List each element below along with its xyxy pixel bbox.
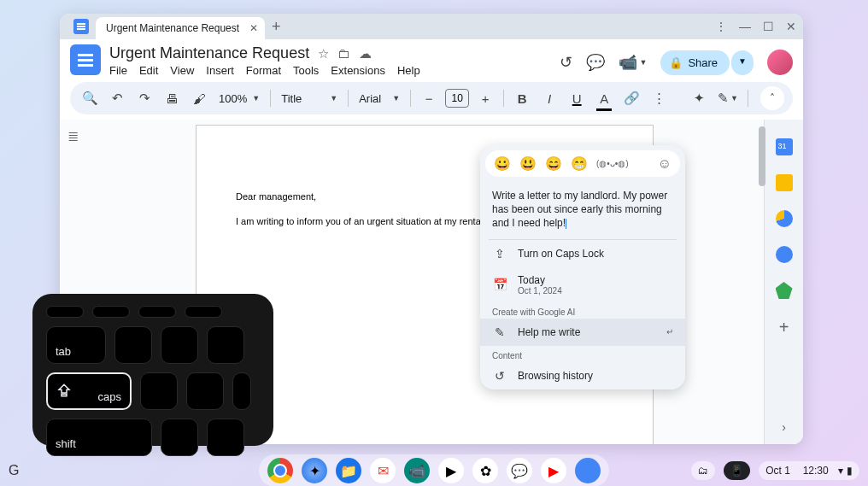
key[interactable] bbox=[138, 306, 176, 318]
scrollbar-thumb[interactable] bbox=[759, 126, 765, 186]
files-icon[interactable]: 📁 bbox=[336, 458, 361, 483]
redo-icon[interactable]: ↷ bbox=[133, 87, 155, 109]
comments-icon[interactable]: 💬 bbox=[586, 53, 605, 72]
font-select[interactable]: Arial ▼ bbox=[355, 92, 403, 105]
new-tab-button[interactable]: + bbox=[272, 18, 281, 36]
cloud-status-icon[interactable]: ☁ bbox=[359, 46, 372, 61]
account-avatar[interactable] bbox=[767, 50, 793, 75]
key[interactable] bbox=[161, 419, 198, 456]
caps-lock-key[interactable]: caps bbox=[46, 372, 132, 410]
emoji-option[interactable]: 😄 bbox=[545, 155, 562, 172]
increase-font-icon[interactable]: + bbox=[474, 87, 496, 109]
chrome-icon[interactable] bbox=[267, 458, 293, 483]
share-button[interactable]: 🔒 Share bbox=[660, 50, 730, 75]
youtube-icon[interactable]: ▶ bbox=[541, 458, 566, 483]
play-store-icon[interactable]: ▶ bbox=[438, 458, 464, 483]
collapse-toolbar-icon[interactable]: ˄ bbox=[760, 86, 784, 110]
smart-compose-popup: 😀 😃 😄 😁 (◍•ᴗ•◍) ☺ Write a letter to my l… bbox=[480, 145, 685, 389]
key[interactable] bbox=[92, 306, 130, 318]
history-icon[interactable]: ↺ bbox=[560, 53, 572, 72]
enter-hint-icon: ↵ bbox=[666, 327, 673, 337]
paint-format-icon[interactable]: 🖌 bbox=[188, 87, 210, 109]
launcher-icon[interactable]: G bbox=[9, 463, 19, 478]
menu-extensions[interactable]: Extensions bbox=[331, 64, 385, 77]
gemini-app-icon[interactable]: ✦ bbox=[302, 458, 327, 483]
menu-help[interactable]: Help bbox=[397, 64, 420, 77]
meet-icon[interactable]: 📹 bbox=[619, 53, 637, 72]
caps-lock-option[interactable]: ⇪ Turn on Caps Lock bbox=[480, 240, 685, 267]
decrease-font-icon[interactable]: − bbox=[418, 87, 440, 109]
editing-mode-icon[interactable]: ✎▼ bbox=[717, 87, 739, 109]
bold-icon[interactable]: B bbox=[511, 87, 533, 109]
gmail-icon[interactable]: ✉ bbox=[370, 458, 396, 483]
text-color-icon[interactable]: A bbox=[593, 87, 615, 109]
tasks-icon[interactable] bbox=[776, 210, 793, 227]
phone-hub-icon[interactable]: 📱 bbox=[724, 461, 750, 480]
star-icon[interactable]: ☆ bbox=[318, 46, 329, 61]
key[interactable] bbox=[232, 372, 251, 410]
minimize-icon[interactable]: — bbox=[739, 20, 751, 33]
key[interactable] bbox=[140, 372, 178, 410]
lock-icon: 🔒 bbox=[669, 56, 683, 69]
expand-panel-icon[interactable]: › bbox=[782, 420, 786, 434]
move-folder-icon[interactable]: 🗀 bbox=[337, 46, 350, 61]
insert-date-option[interactable]: 📅 Today Oct 1, 2024 bbox=[480, 267, 685, 302]
maps-icon[interactable] bbox=[776, 282, 793, 299]
calendar-icon[interactable] bbox=[776, 138, 793, 155]
shift-key[interactable]: shift bbox=[46, 419, 152, 456]
key[interactable] bbox=[207, 419, 244, 456]
key[interactable] bbox=[186, 372, 224, 410]
insert-link-icon[interactable]: 🔗 bbox=[620, 87, 642, 109]
contacts-icon[interactable] bbox=[776, 246, 793, 263]
browsing-history-option[interactable]: ↺ Browsing history bbox=[480, 362, 685, 389]
emoji-option[interactable]: 😀 bbox=[494, 155, 511, 172]
tab-key[interactable]: tab bbox=[46, 326, 106, 364]
menu-insert[interactable]: Insert bbox=[206, 64, 234, 77]
search-menus-icon[interactable]: 🔍 bbox=[79, 87, 101, 109]
menu-format[interactable]: Format bbox=[246, 64, 281, 77]
browser-tab[interactable]: Urgent Maintenance Request ✕ bbox=[96, 17, 265, 39]
print-icon[interactable]: 🖶 bbox=[161, 87, 183, 109]
key[interactable] bbox=[114, 326, 152, 364]
italic-icon[interactable]: I bbox=[538, 87, 560, 109]
underline-icon[interactable]: U bbox=[566, 87, 588, 109]
add-addon-icon[interactable]: + bbox=[779, 318, 789, 337]
battery-icon: ▮ bbox=[847, 465, 853, 477]
close-window-icon[interactable]: ✕ bbox=[786, 20, 796, 33]
gemini-icon[interactable]: ✦ bbox=[688, 87, 710, 109]
zoom-select[interactable]: 100% ▼ bbox=[215, 92, 263, 105]
key[interactable] bbox=[185, 306, 222, 318]
document-title[interactable]: Urgent Maintenance Request bbox=[109, 44, 309, 62]
menu-edit[interactable]: Edit bbox=[139, 64, 158, 77]
font-size-input[interactable]: 10 bbox=[445, 89, 469, 108]
emoji-picker-icon[interactable]: ☺ bbox=[658, 156, 672, 172]
share-dropdown[interactable]: ▼ bbox=[731, 50, 754, 75]
shelf: G ✦ 📁 ✉ 📹 ▶ ✿ 💬 ▶ 🗂 📱 Oct 1 12:30 ▾ ▮ bbox=[0, 455, 868, 486]
meet-app-icon[interactable]: 📹 bbox=[404, 458, 430, 483]
docs-home-icon[interactable] bbox=[70, 44, 101, 75]
messages-icon[interactable]: 💬 bbox=[507, 458, 532, 483]
emoji-option[interactable]: 😃 bbox=[519, 155, 537, 172]
status-tray[interactable]: Oct 1 12:30 ▾ ▮ bbox=[759, 461, 859, 480]
key[interactable] bbox=[207, 326, 244, 364]
prompt-input[interactable]: Write a letter to my landlord. My power … bbox=[480, 182, 685, 239]
kaomoji-option[interactable]: (◍•ᴗ•◍) bbox=[596, 159, 629, 168]
key[interactable] bbox=[161, 326, 198, 364]
menu-file[interactable]: File bbox=[109, 64, 127, 77]
paragraph-style-select[interactable]: Title ▼ bbox=[278, 92, 341, 105]
close-tab-icon[interactable]: ✕ bbox=[249, 22, 258, 34]
emoji-option[interactable]: 😁 bbox=[571, 155, 588, 172]
window-menu-icon[interactable]: ⋮ bbox=[715, 20, 727, 33]
docs-app-icon[interactable] bbox=[575, 458, 601, 483]
menu-view[interactable]: View bbox=[170, 64, 194, 77]
tote-icon[interactable]: 🗂 bbox=[691, 461, 715, 480]
photos-icon[interactable]: ✿ bbox=[472, 458, 498, 483]
key[interactable] bbox=[46, 306, 84, 318]
help-me-write-option[interactable]: ✎ Help me write ↵ bbox=[480, 319, 685, 346]
more-toolbar-icon[interactable]: ⋮ bbox=[648, 87, 670, 109]
menu-tools[interactable]: Tools bbox=[293, 64, 319, 77]
meet-dropdown-icon[interactable]: ▼ bbox=[639, 58, 647, 67]
maximize-icon[interactable]: ☐ bbox=[763, 20, 774, 33]
keep-icon[interactable] bbox=[776, 174, 793, 191]
undo-icon[interactable]: ↶ bbox=[106, 87, 128, 109]
